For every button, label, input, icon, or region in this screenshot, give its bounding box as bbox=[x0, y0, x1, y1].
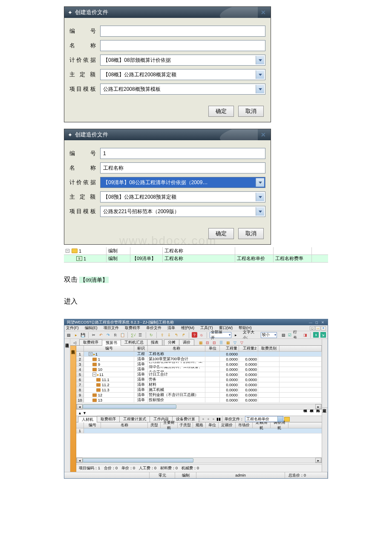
grid-icon-2[interactable]: ⊟ bbox=[205, 340, 210, 345]
chevron-down-icon[interactable] bbox=[256, 178, 264, 187]
scroll-left-icon[interactable]: ◂ bbox=[77, 404, 83, 409]
export-icon[interactable]: ⇲ bbox=[320, 332, 326, 338]
maximize-icon[interactable]: ◻ bbox=[314, 320, 319, 324]
copy-icon[interactable]: ⎘ bbox=[112, 332, 118, 338]
go-icon[interactable]: ▸ bbox=[233, 332, 239, 338]
grid-row[interactable]: 9 12清单暂列金额（不含计日工总额）0.00000.0000 bbox=[76, 393, 322, 398]
input-code[interactable] bbox=[100, 26, 265, 37]
tree-row-selected[interactable]: $1 编制 【09清单】 工程名称 工程名称单价 工程名称费率 bbox=[64, 255, 328, 263]
up-icon[interactable]: ⇧ bbox=[159, 332, 165, 338]
collapse-icon[interactable]: − bbox=[66, 249, 69, 253]
collapse-icon[interactable]: − bbox=[89, 352, 92, 356]
nav-budget[interactable]: 预算书导航 bbox=[70, 346, 76, 472]
chevron-down-icon[interactable] bbox=[256, 56, 264, 64]
sub-col[interactable]: 类型 bbox=[148, 422, 161, 428]
scroll-right-icon[interactable]: ▸ bbox=[315, 404, 321, 409]
col-qty2[interactable]: 工程量2 bbox=[239, 346, 258, 351]
bars-icon[interactable]: ▮▮ bbox=[216, 416, 221, 422]
grid-row[interactable]: 3 9清单已包含在清单合计中的材料、工程设备、…0.00000.0000 bbox=[76, 362, 322, 367]
select-template[interactable]: 公路发221号招标范本（2009版） bbox=[100, 206, 265, 217]
move-up-icon[interactable]: ▲ bbox=[78, 411, 82, 415]
col-unit[interactable]: 单位 bbox=[205, 346, 220, 351]
tab-1[interactable]: 预算书 bbox=[102, 340, 121, 346]
close-icon[interactable]: ✕ bbox=[320, 320, 325, 324]
input-name[interactable] bbox=[100, 162, 265, 173]
tree-row[interactable]: −1 编制 工程名称 bbox=[64, 247, 328, 255]
ok-button[interactable]: 确定 bbox=[208, 106, 234, 117]
select-basis[interactable]: 【09清单】08公路工程清单计价依据（2009… bbox=[100, 177, 265, 188]
grid-icon-5[interactable]: ▦ bbox=[225, 340, 231, 345]
left-icon[interactable]: ↰ bbox=[174, 332, 179, 338]
new-icon[interactable]: ▤ bbox=[66, 332, 72, 338]
grid-row[interactable]: 6 11.1清单劳务0.00000.0000 bbox=[76, 377, 322, 382]
input-code[interactable] bbox=[100, 148, 265, 159]
sub-col[interactable]: 定额价 bbox=[219, 422, 236, 428]
close-icon[interactable]: ✕ bbox=[259, 132, 267, 138]
scrollbar-horizontal-2[interactable]: ◂ ▸ bbox=[76, 457, 322, 463]
collapse-icon[interactable]: − bbox=[92, 373, 96, 376]
input-name[interactable] bbox=[100, 40, 265, 51]
price-file-select[interactable]: 工程名称单价 bbox=[245, 416, 283, 422]
down-icon[interactable]: ⇩ bbox=[167, 332, 172, 338]
move-down-icon[interactable]: ▼ bbox=[83, 411, 86, 415]
close-icon[interactable]: ✕ bbox=[259, 9, 267, 15]
list-icon[interactable]: ☰ bbox=[138, 332, 143, 338]
calc-icon[interactable]: ∑√ bbox=[130, 332, 136, 338]
select-quota[interactable]: 【08预】公路工程2008预算定额 bbox=[100, 191, 265, 202]
menu-item[interactable]: 编辑(E) bbox=[85, 325, 98, 331]
minimize-icon[interactable]: — bbox=[308, 320, 313, 324]
filter-clear-icon[interactable]: ▽ bbox=[239, 340, 244, 345]
grid-row[interactable]: 5 −▸11清单计日工合计0.00000.0000 bbox=[76, 372, 322, 377]
circle-icon[interactable]: ● bbox=[206, 416, 211, 422]
redo-icon[interactable]: ↷ bbox=[105, 332, 111, 338]
menu-item[interactable]: 单价文件 bbox=[146, 325, 161, 331]
subtab-1[interactable]: 调价 bbox=[179, 339, 194, 345]
refresh-icon[interactable]: ↻ bbox=[149, 332, 154, 338]
side-tab-project[interactable]: 项目导航 bbox=[64, 339, 70, 472]
window-icon[interactable]: ▭ bbox=[315, 326, 320, 330]
right-icon[interactable]: ↱ bbox=[181, 332, 186, 338]
circle-icon[interactable]: ● bbox=[211, 416, 216, 422]
sub-col[interactable]: 规格 bbox=[193, 422, 206, 428]
col-cat[interactable]: 取费类别 bbox=[258, 346, 280, 351]
bottom-tab-4[interactable]: 设备费计算 bbox=[172, 416, 199, 422]
expand-select[interactable]: 全部展开 bbox=[210, 332, 231, 338]
menu-item[interactable]: 项目文件 bbox=[104, 325, 119, 331]
back-icon[interactable]: ◁ bbox=[72, 340, 78, 345]
sub-col[interactable]: 单位 bbox=[206, 422, 219, 428]
chevron-down-icon[interactable] bbox=[256, 207, 264, 216]
side-tab-item[interactable]: 定额库 bbox=[321, 403, 328, 408]
col-name[interactable]: 名称 bbox=[148, 346, 205, 351]
menu-item[interactable]: 清单 bbox=[167, 325, 175, 331]
menu-item[interactable]: 取费程序 bbox=[125, 325, 140, 331]
grid-row[interactable]: 8 11.3清单施工机械0.00000.0000 bbox=[76, 387, 322, 393]
grid-row[interactable]: 2 1清单第100章至第700章合计0.00000.0000 bbox=[76, 357, 322, 362]
chevron-down-icon[interactable] bbox=[256, 193, 264, 201]
filter-icon[interactable]: ▽ bbox=[232, 340, 237, 345]
menu-item[interactable]: 文件(F) bbox=[66, 325, 79, 331]
marker-icon[interactable]: ◨ bbox=[303, 332, 308, 338]
bottom-tab-1[interactable]: 取费程序 bbox=[97, 416, 120, 422]
tab-0[interactable]: 取费程序 bbox=[79, 339, 102, 345]
paste-icon[interactable]: 📋 bbox=[120, 332, 125, 338]
exit-icon[interactable]: ⎋ bbox=[199, 332, 205, 338]
grid-row[interactable]: 1 −▸1工程工程名称0.0000 bbox=[76, 352, 322, 357]
sub-col[interactable]: 编号 bbox=[84, 422, 101, 428]
grid-row[interactable]: 10 13清单投标报价0.00000.0000 bbox=[76, 398, 322, 403]
menu-item[interactable]: 维护(M) bbox=[181, 325, 195, 331]
grid-icon-4[interactable]: ☰ bbox=[219, 340, 224, 345]
col-mark[interactable]: 标识 bbox=[134, 346, 148, 351]
scroll-right-icon[interactable]: ▸ bbox=[315, 458, 321, 463]
sub-col[interactable]: 名称 bbox=[101, 422, 148, 428]
sub-col[interactable]: 市场价 bbox=[236, 422, 253, 428]
circle-icon[interactable]: ● bbox=[201, 416, 206, 422]
fontsize-select[interactable]: 较小 bbox=[261, 332, 277, 338]
doc-icon[interactable]: ▤ bbox=[281, 332, 287, 338]
sub-col[interactable]: 定额消耗 bbox=[253, 422, 271, 428]
save-icon[interactable]: 💾 bbox=[80, 332, 86, 338]
open-icon[interactable]: ▸ bbox=[73, 332, 79, 338]
chevron-down-icon[interactable] bbox=[256, 70, 264, 79]
col-qty1[interactable]: 工程量 bbox=[220, 346, 239, 351]
col-code[interactable]: 编号 bbox=[84, 346, 134, 351]
help-icon[interactable]: ? bbox=[192, 332, 197, 338]
